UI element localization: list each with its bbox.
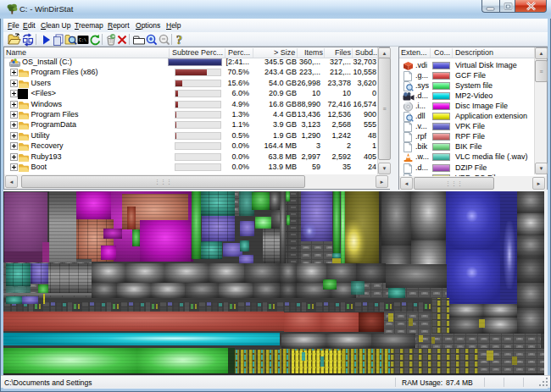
- svg-text:?: ?: [176, 34, 182, 47]
- svg-text:C:\: C:\: [79, 38, 86, 43]
